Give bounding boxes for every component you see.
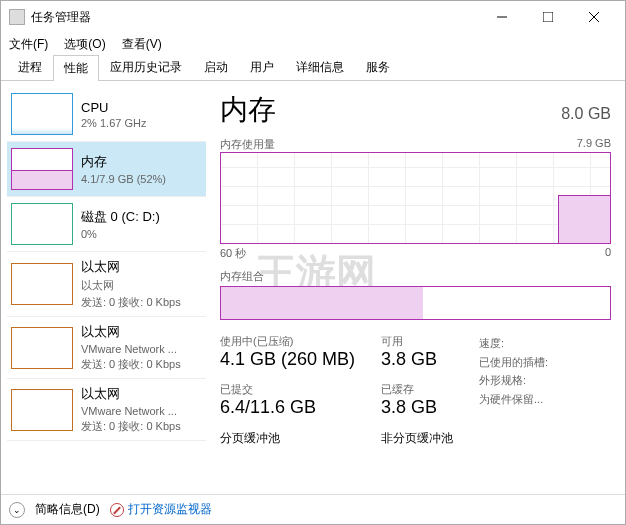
brief-info-button[interactable]: 简略信息(D)	[35, 501, 100, 518]
sidebar-item-name: CPU	[81, 100, 146, 115]
tab-details[interactable]: 详细信息	[285, 54, 355, 80]
thumb-graph-icon	[11, 327, 73, 369]
axis-right: 0	[605, 246, 611, 261]
memory-usage-graph	[220, 152, 611, 244]
inuse-value: 4.1 GB (260 MB)	[220, 349, 355, 370]
svg-rect-1	[543, 12, 553, 22]
tab-performance[interactable]: 性能	[53, 55, 99, 81]
sidebar-item-name: 磁盘 0 (C: D:)	[81, 208, 160, 226]
commit-label: 已提交	[220, 382, 355, 397]
comp-label: 内存组合	[220, 269, 264, 284]
minimize-button[interactable]	[479, 1, 525, 33]
menu-file[interactable]: 文件(F)	[9, 36, 48, 53]
tab-processes[interactable]: 进程	[7, 54, 53, 80]
thumb-graph-icon	[11, 148, 73, 190]
sidebar-item-eth-3[interactable]: 以太网以太网发送: 0 接收: 0 Kbps	[7, 252, 206, 317]
sidebar[interactable]: CPU2% 1.67 GHz内存4.1/7.9 GB (52%)磁盘 0 (C:…	[1, 81, 206, 494]
nonpaged-label: 非分页缓冲池	[381, 430, 453, 447]
resmon-icon	[110, 503, 124, 517]
sidebar-item-sub: 以太网	[81, 278, 181, 293]
thumb-graph-icon	[11, 389, 73, 431]
menubar: 文件(F) 选项(O) 查看(V)	[1, 33, 625, 55]
inuse-label: 使用中(已压缩)	[220, 334, 355, 349]
sidebar-item-sub: 4.1/7.9 GB (52%)	[81, 173, 166, 185]
sidebar-item-eth-4[interactable]: 以太网VMware Network ...发送: 0 接收: 0 Kbps	[7, 317, 206, 379]
meta-speed: 速度:	[479, 334, 548, 353]
resource-monitor-link[interactable]: 打开资源监视器	[110, 501, 212, 518]
meta-form: 外形规格:	[479, 371, 548, 390]
close-button[interactable]	[571, 1, 617, 33]
sidebar-item-sub: VMware Network ...	[81, 405, 181, 417]
sidebar-item-name: 以太网	[81, 258, 181, 276]
sidebar-item-sub: VMware Network ...	[81, 343, 181, 355]
sidebar-item-sub2: 发送: 0 接收: 0 Kbps	[81, 357, 181, 372]
sidebar-item-name: 以太网	[81, 323, 181, 341]
tab-startup[interactable]: 启动	[193, 54, 239, 80]
sidebar-item-eth-5[interactable]: 以太网VMware Network ...发送: 0 接收: 0 Kbps	[7, 379, 206, 441]
sidebar-item-name: 以太网	[81, 385, 181, 403]
page-title: 内存	[220, 91, 276, 129]
sidebar-item-mem-1[interactable]: 内存4.1/7.9 GB (52%)	[7, 142, 206, 197]
meta-slots: 已使用的插槽:	[479, 353, 548, 372]
sidebar-item-cpu-0[interactable]: CPU2% 1.67 GHz	[7, 87, 206, 142]
tab-users[interactable]: 用户	[239, 54, 285, 80]
paged-label: 分页缓冲池	[220, 430, 355, 447]
capacity: 8.0 GB	[561, 105, 611, 123]
app-icon	[9, 9, 25, 25]
main-panel: 王游网 内存 8.0 GB 内存使用量7.9 GB 60 秒0 内存组合 使用中…	[206, 81, 625, 494]
memory-composition-bar	[220, 286, 611, 320]
commit-value: 6.4/11.6 GB	[220, 397, 355, 418]
tab-app-history[interactable]: 应用历史记录	[99, 54, 193, 80]
tab-bar: 进程 性能 应用历史记录 启动 用户 详细信息 服务	[1, 55, 625, 81]
sidebar-item-disk-2[interactable]: 磁盘 0 (C: D:)0%	[7, 197, 206, 252]
axis-left: 60 秒	[220, 246, 246, 261]
usage-max: 7.9 GB	[577, 137, 611, 152]
usage-label: 内存使用量	[220, 137, 275, 152]
footer: ⌄ 简略信息(D) 打开资源监视器	[1, 494, 625, 524]
chevron-down-icon[interactable]: ⌄	[9, 502, 25, 518]
menu-options[interactable]: 选项(O)	[64, 36, 105, 53]
menu-view[interactable]: 查看(V)	[122, 36, 162, 53]
titlebar: 任务管理器	[1, 1, 625, 33]
avail-label: 可用	[381, 334, 453, 349]
avail-value: 3.8 GB	[381, 349, 453, 370]
meta-hw: 为硬件保留...	[479, 390, 548, 409]
sidebar-item-name: 内存	[81, 153, 166, 171]
window-title: 任务管理器	[31, 9, 479, 26]
tab-services[interactable]: 服务	[355, 54, 401, 80]
thumb-graph-icon	[11, 263, 73, 305]
sidebar-item-sub2: 发送: 0 接收: 0 Kbps	[81, 419, 181, 434]
sidebar-item-sub2: 发送: 0 接收: 0 Kbps	[81, 295, 181, 310]
sidebar-item-sub: 0%	[81, 228, 160, 240]
maximize-button[interactable]	[525, 1, 571, 33]
cached-label: 已缓存	[381, 382, 453, 397]
thumb-graph-icon	[11, 203, 73, 245]
cached-value: 3.8 GB	[381, 397, 453, 418]
thumb-graph-icon	[11, 93, 73, 135]
sidebar-item-sub: 2% 1.67 GHz	[81, 117, 146, 129]
